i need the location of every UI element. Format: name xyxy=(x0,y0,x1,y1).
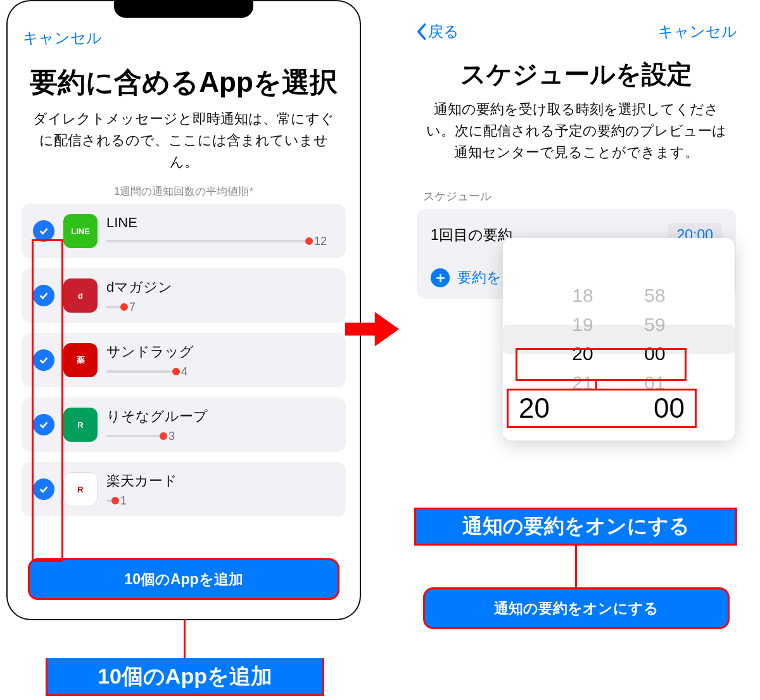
app-icon: R xyxy=(63,408,98,442)
nav-bar: 戻る キャンセル xyxy=(399,0,754,53)
app-icon: R xyxy=(63,472,98,506)
annotation-callout-right: 通知の要約をオンにする xyxy=(414,508,737,546)
checkbox-checked[interactable] xyxy=(33,478,54,500)
annotation-connector xyxy=(595,381,597,390)
notification-count: 12 xyxy=(314,235,327,248)
back-button[interactable]: 戻る xyxy=(415,22,459,42)
app-icon: d xyxy=(63,278,98,313)
app-name: LINE xyxy=(106,215,334,231)
checkbox-checked[interactable] xyxy=(33,220,54,242)
picker-minute-value[interactable]: 01 xyxy=(630,372,680,394)
page-subtitle: ダイレクトメッセージと即時通知は、常にすぐに配信されるので、ここには含まれていま… xyxy=(6,108,361,184)
app-list: LINE LINE 12 d dマガジン 7 薬 xyxy=(6,204,361,516)
notch xyxy=(114,0,253,18)
section-label: スケジュール xyxy=(399,175,754,209)
picker-hours-column[interactable]: 18192021 xyxy=(557,285,608,394)
picker-minute-value[interactable]: 58 xyxy=(630,285,680,306)
annotation-callout-left: 10個のAppを追加 xyxy=(46,658,324,696)
annotation-connector xyxy=(184,619,186,658)
picker-hour-value[interactable]: 20 xyxy=(557,343,608,365)
sort-caption: 1週間の通知回数の平均値順* xyxy=(6,184,361,204)
time-picker[interactable]: 18192021 58590001 xyxy=(503,238,735,441)
notification-bar xyxy=(106,499,115,502)
notification-count: 7 xyxy=(129,301,136,314)
page-title: スケジュールを設定 xyxy=(399,53,754,99)
annotation-connector xyxy=(575,546,577,589)
turn-on-summary-button[interactable]: 通知の要約をオンにする xyxy=(424,589,728,628)
page-subtitle: 通知の要約を受け取る時刻を選択してください。次に配信される予定の要約のプレビュー… xyxy=(399,99,754,175)
cancel-button[interactable]: キャンセル xyxy=(658,22,737,42)
app-info: サンドラッグ 4 xyxy=(106,342,334,378)
bar-dot-icon xyxy=(305,237,313,245)
app-name: dマガジン xyxy=(106,278,334,297)
back-label: 戻る xyxy=(428,22,459,42)
app-row[interactable]: R 楽天カード 1 xyxy=(22,462,346,516)
picker-minutes-column[interactable]: 58590001 xyxy=(630,285,680,394)
app-info: 楽天カード 1 xyxy=(106,472,334,508)
add-summary-label: 要約を xyxy=(457,268,502,287)
notification-count: 4 xyxy=(181,365,187,378)
app-info: LINE 12 xyxy=(106,215,334,248)
app-name: サンドラッグ xyxy=(106,342,334,361)
picker-hour-value[interactable]: 19 xyxy=(557,314,608,335)
bar-dot-icon xyxy=(111,497,119,504)
app-row[interactable]: d dマガジン 7 xyxy=(22,268,346,323)
app-row[interactable]: 薬 サンドラッグ 4 xyxy=(22,333,346,387)
bar-dot-icon xyxy=(160,432,167,440)
notification-count: 1 xyxy=(120,494,127,508)
app-icon: LINE xyxy=(63,214,98,248)
plus-icon: ＋ xyxy=(431,268,450,287)
notification-bar xyxy=(106,435,163,437)
add-apps-button[interactable]: 10個のAppを追加 xyxy=(29,559,338,599)
app-icon: 薬 xyxy=(63,343,98,377)
notification-bar xyxy=(106,240,309,242)
checkbox-checked[interactable] xyxy=(33,349,54,371)
app-info: りそなグループ 3 xyxy=(106,407,334,443)
notification-count: 3 xyxy=(168,430,175,443)
app-row[interactable]: LINE LINE 12 xyxy=(22,204,346,258)
page-title: 要約に含めるAppを選択 xyxy=(6,59,361,108)
notification-bar xyxy=(106,306,124,308)
schedule-card: 1回目の要約 20:00 ＋ 要約を 18192021 58590001 xyxy=(417,209,736,299)
picker-minute-value[interactable]: 00 xyxy=(630,343,680,365)
app-name: りそなグループ xyxy=(106,407,334,426)
bar-dot-icon xyxy=(172,368,180,375)
picker-minute-value[interactable]: 59 xyxy=(630,314,680,335)
chevron-left-icon xyxy=(415,23,427,41)
checkbox-checked[interactable] xyxy=(33,414,54,435)
app-row[interactable]: R りそなグループ 3 xyxy=(22,397,346,452)
checkbox-checked[interactable] xyxy=(33,285,54,306)
cancel-button[interactable]: キャンセル xyxy=(23,28,102,48)
next-step-arrow-icon xyxy=(345,304,399,354)
app-name: 楽天カード xyxy=(106,472,334,491)
notification-bar xyxy=(106,370,176,373)
bar-dot-icon xyxy=(120,303,128,311)
picker-hour-value[interactable]: 18 xyxy=(557,285,608,306)
app-info: dマガジン 7 xyxy=(106,278,334,314)
left-phone: キャンセル 要約に含めるAppを選択 ダイレクトメッセージと即時通知は、常にすぐ… xyxy=(6,0,361,620)
schedule-row-label: 1回目の要約 xyxy=(431,225,512,245)
picker-hour-value[interactable]: 21 xyxy=(557,372,608,394)
